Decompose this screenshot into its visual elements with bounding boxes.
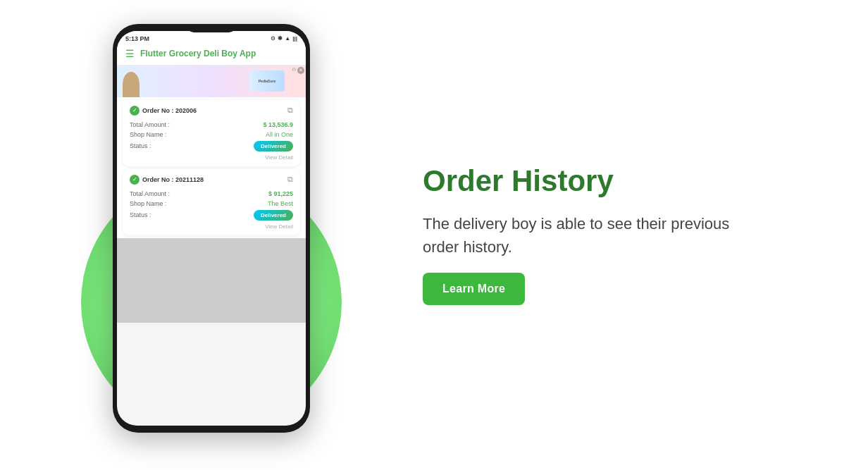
delivered-badge-1: Delivered — [254, 141, 293, 151]
status-label-2: Status : — [130, 211, 151, 218]
phone-screen: 5:13 PM ⊙ ✱ ▲ ||| ☰ Flutter Grocery Deli… — [117, 31, 306, 426]
ad-close-icon[interactable]: ✕ — [297, 67, 304, 74]
order-shop-row-1: Shop Name : All in One — [130, 131, 293, 138]
total-amount-label-2: Total Amount : — [130, 190, 170, 197]
hamburger-icon[interactable]: ☰ — [125, 48, 135, 59]
delivered-badge-2: Delivered — [254, 210, 293, 221]
order-number-row-1: ✓ Order No : 202006 — [130, 106, 197, 116]
check-circle-2: ✓ — [130, 175, 140, 185]
total-amount-label-1: Total Amount : — [130, 121, 170, 128]
alarm-icon: ⊙ — [271, 35, 275, 42]
order-header-2: ✓ Order No : 20211128 ⧉ — [130, 175, 293, 185]
status-row-2: Status : Delivered — [130, 210, 293, 221]
status-icons: ⊙ ✱ ▲ ||| — [271, 35, 297, 42]
status-time: 5:13 PM — [125, 35, 149, 42]
wifi-icon: ▲ — [285, 35, 290, 42]
status-row-1: Status : Delivered — [130, 141, 293, 151]
page-container: 5:13 PM ⊙ ✱ ▲ ||| ☰ Flutter Grocery Deli… — [0, 0, 868, 470]
total-amount-value-2: $ 91,225 — [268, 190, 293, 197]
shop-name-value-1: All in One — [266, 131, 293, 138]
content-section: Order History The delivery boy is able t… — [380, 165, 812, 304]
phone-bottom-area — [117, 238, 306, 323]
order-card-2: ✓ Order No : 20211128 ⧉ Total Amount : $… — [123, 169, 300, 235]
ad-banner-inner: PediaSure (i) ✕ — [117, 66, 306, 97]
order-amount-row-2: Total Amount : $ 91,225 — [130, 190, 293, 197]
order-shop-row-2: Shop Name : The Best — [130, 200, 293, 207]
phone-notch — [187, 24, 236, 32]
ad-info-icon: (i) — [292, 67, 296, 71]
section-title: Order History — [423, 165, 812, 197]
order-number-2: Order No : 20211128 — [142, 176, 204, 183]
ad-banner: PediaSure (i) ✕ — [117, 66, 306, 97]
order-number-row-2: ✓ Order No : 20211128 — [130, 175, 204, 185]
shop-name-label-1: Shop Name : — [130, 131, 167, 138]
ad-person-figure — [123, 72, 140, 97]
bluetooth-icon: ✱ — [278, 35, 283, 42]
signal-icon: ||| — [292, 35, 297, 42]
view-detail-1[interactable]: View Detail — [130, 154, 293, 161]
total-amount-value-1: $ 13,536.9 — [263, 121, 293, 128]
check-circle-1: ✓ — [130, 106, 140, 116]
phone-frame: 5:13 PM ⊙ ✱ ▲ ||| ☰ Flutter Grocery Deli… — [113, 24, 310, 433]
phone-section: 5:13 PM ⊙ ✱ ▲ ||| ☰ Flutter Grocery Deli… — [42, 17, 380, 454]
section-description: The delivery boy is able to see their pr… — [423, 212, 747, 259]
view-detail-2[interactable]: View Detail — [130, 223, 293, 230]
shop-name-label-2: Shop Name : — [130, 200, 167, 207]
orders-container: ✓ Order No : 202006 ⧉ Total Amount : $ 1… — [117, 97, 306, 238]
copy-icon-2[interactable]: ⧉ — [287, 175, 293, 184]
order-amount-row-1: Total Amount : $ 13,536.9 — [130, 121, 293, 128]
shop-name-value-2: The Best — [268, 200, 293, 207]
learn-more-button[interactable]: Learn More — [423, 273, 525, 305]
app-header: ☰ Flutter Grocery Deli Boy App — [117, 44, 306, 66]
order-header-1: ✓ Order No : 202006 ⧉ — [130, 106, 293, 116]
status-label-1: Status : — [130, 142, 151, 149]
status-bar: 5:13 PM ⊙ ✱ ▲ ||| — [117, 31, 306, 44]
app-title: Flutter Grocery Deli Boy App — [140, 49, 256, 58]
copy-icon-1[interactable]: ⧉ — [287, 106, 293, 115]
order-card-1: ✓ Order No : 202006 ⧉ Total Amount : $ 1… — [123, 100, 300, 166]
ad-product-image: PediaSure — [249, 70, 285, 92]
order-number-1: Order No : 202006 — [142, 107, 197, 114]
